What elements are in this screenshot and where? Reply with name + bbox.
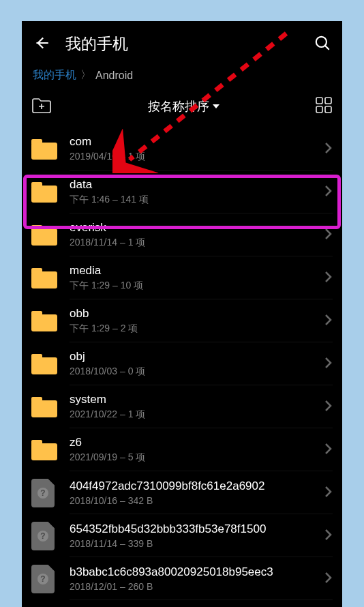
list-item[interactable]: ?b3babc1c6c893a80020925018b95eec32018/12… <box>22 557 342 600</box>
phone-screen: 我的手机 我的手机 〉 Android 按名称排序 com2019/04/10 … <box>22 21 342 607</box>
sort-button[interactable]: 按名称排序 <box>52 98 315 115</box>
folder-icon <box>31 311 57 331</box>
svg-rect-1 <box>316 98 322 104</box>
chevron-right-icon <box>323 271 333 286</box>
list-item[interactable]: everisk2018/11/14 – 1 项 <box>22 213 342 256</box>
chevron-right-icon <box>323 486 333 501</box>
item-meta: 下午 1:29 – 2 项 <box>70 323 323 335</box>
chevron-right-icon: 〉 <box>80 68 91 83</box>
chevron-right-icon <box>323 572 333 587</box>
item-meta: 2018/11/14 – 1 项 <box>70 237 323 249</box>
list-item[interactable]: z62021/09/19 – 5 项 <box>22 428 342 471</box>
list-item[interactable]: ?654352fbb45d32bbb333fb53e78f15002018/11… <box>22 514 342 557</box>
item-name: b3babc1c6c893a80020925018b95eec3 <box>70 565 323 579</box>
folder-icon <box>31 139 57 160</box>
chevron-right-icon <box>323 142 333 157</box>
list-item[interactable]: media下午 1:29 – 10 项 <box>22 256 342 299</box>
svg-point-0 <box>316 36 327 46</box>
app-header: 我的手机 <box>22 21 342 64</box>
list-item[interactable]: data下午 1:46 – 141 项 <box>22 171 342 213</box>
toolbar: 按名称排序 <box>22 92 342 128</box>
list-item[interactable]: system2021/10/22 – 1 项 <box>22 385 342 428</box>
grid-view-icon[interactable] <box>315 96 333 117</box>
caret-down-icon <box>213 104 219 108</box>
folder-icon <box>31 440 57 460</box>
list-item[interactable]: com2019/04/10 – 1 项 <box>22 128 342 171</box>
item-name: media <box>70 264 323 278</box>
chevron-right-icon <box>323 314 333 329</box>
list-item[interactable]: obb下午 1:29 – 2 项 <box>22 299 342 342</box>
item-name: data <box>70 178 323 192</box>
item-name: everisk <box>70 221 323 235</box>
item-name: z6 <box>70 436 323 449</box>
svg-rect-3 <box>316 106 322 113</box>
svg-rect-4 <box>325 106 331 113</box>
item-meta: 2018/10/16 – 342 B <box>70 495 323 506</box>
new-folder-icon[interactable] <box>31 96 52 117</box>
item-meta: 2021/09/19 – 5 项 <box>70 451 323 464</box>
item-meta: 下午 1:46 – 141 项 <box>70 194 323 206</box>
folder-icon <box>31 182 57 203</box>
chevron-right-icon <box>323 443 333 458</box>
item-meta: 2018/12/01 – 260 B <box>70 581 323 592</box>
breadcrumb: 我的手机 〉 Android <box>22 64 342 92</box>
breadcrumb-current: Android <box>95 70 133 82</box>
item-name: 654352fbb45d32bbb333fb53e78f1500 <box>70 522 323 536</box>
chevron-right-icon <box>323 185 333 200</box>
folder-icon <box>31 268 57 288</box>
folder-icon <box>31 354 57 374</box>
item-name: obj <box>70 350 323 364</box>
item-name: system <box>70 393 323 406</box>
chevron-right-icon <box>323 400 333 415</box>
list-item[interactable]: ?404f4972adc7310099bf8fc61e2a69022018/10… <box>22 471 342 514</box>
item-meta: 2018/10/03 – 0 项 <box>70 366 323 378</box>
folder-icon <box>31 225 57 246</box>
folder-icon <box>31 397 57 417</box>
item-meta: 2019/04/10 – 1 项 <box>70 151 323 163</box>
chevron-right-icon <box>323 357 333 372</box>
svg-rect-2 <box>325 98 331 104</box>
chevron-right-icon <box>323 529 333 544</box>
file-icon: ? <box>31 479 55 507</box>
file-icon: ? <box>31 565 55 593</box>
header-title: 我的手机 <box>65 33 299 55</box>
item-meta: 下午 1:29 – 10 项 <box>70 280 323 292</box>
item-name: com <box>70 135 323 149</box>
breadcrumb-root[interactable]: 我的手机 <box>33 68 76 83</box>
item-meta: 2021/10/22 – 1 项 <box>70 409 323 421</box>
item-name: 404f4972adc7310099bf8fc61e2a6902 <box>70 479 323 493</box>
search-icon[interactable] <box>314 34 331 55</box>
file-icon: ? <box>31 522 55 550</box>
file-list: com2019/04/10 – 1 项data下午 1:46 – 141 项ev… <box>22 128 342 600</box>
chevron-right-icon <box>323 228 333 243</box>
back-icon[interactable] <box>33 34 50 55</box>
item-name: obb <box>70 307 323 321</box>
sort-label: 按名称排序 <box>148 98 209 115</box>
item-meta: 2018/11/14 – 339 B <box>70 538 323 549</box>
list-item[interactable]: obj2018/10/03 – 0 项 <box>22 342 342 385</box>
